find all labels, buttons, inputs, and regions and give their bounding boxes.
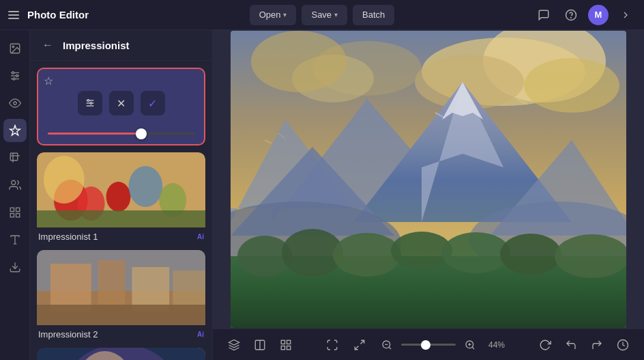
svg-point-53: [251, 31, 347, 92]
adjustments-tool-button[interactable]: [3, 64, 27, 87]
svg-rect-37: [50, 264, 91, 311]
help-button[interactable]: [561, 5, 581, 25]
batch-button[interactable]: Batch: [353, 5, 394, 25]
image-tool-button[interactable]: [3, 37, 27, 60]
open-button[interactable]: Open ▾: [250, 5, 297, 25]
svg-rect-82: [287, 346, 291, 349]
svg-marker-76: [229, 340, 239, 345]
ai-badge-2: Ai: [197, 331, 204, 338]
filter-confirm-button[interactable]: ✓: [141, 91, 165, 115]
svg-line-89: [472, 347, 474, 349]
zoom-in-button[interactable]: [460, 335, 480, 355]
svg-point-14: [11, 180, 15, 184]
filter-item-2[interactable]: Impressionist 2 Ai: [37, 250, 205, 341]
ai-badge-1: Ai: [197, 233, 204, 240]
zoom-label: 44%: [484, 340, 509, 350]
text-tool-button[interactable]: [3, 228, 27, 251]
filter-cancel-button[interactable]: ✕: [109, 91, 134, 115]
svg-rect-15: [10, 208, 14, 211]
svg-rect-81: [281, 346, 284, 349]
svg-point-3: [12, 46, 14, 47]
grid-view-button[interactable]: [276, 335, 296, 355]
zoom-slider[interactable]: [401, 344, 456, 346]
panel-header: ← Impressionist: [30, 30, 212, 61]
panel-scroll[interactable]: ☆ ✕ ✓: [30, 61, 212, 360]
canvas-area: 44%: [213, 30, 644, 360]
svg-point-71: [555, 234, 626, 278]
filter-item-1[interactable]: Impressionist 1 Ai: [37, 152, 205, 243]
svg-line-86: [389, 347, 391, 349]
svg-rect-41: [37, 305, 205, 325]
filter-slider-wrap: [45, 125, 197, 137]
save-label: Save: [311, 10, 332, 20]
bottom-right-tools: [535, 335, 633, 355]
filter-intensity-slider[interactable]: [48, 133, 194, 135]
undo-button[interactable]: [561, 335, 581, 355]
view-tool-button[interactable]: [3, 92, 27, 115]
topbar-center: Open ▾ Save ▾ Batch: [250, 5, 395, 25]
message-button[interactable]: [533, 5, 554, 25]
expand-button[interactable]: [615, 5, 636, 25]
batch-label: Batch: [362, 10, 385, 20]
filter-label-row-2: Impressionist 2 Ai: [37, 325, 205, 341]
zoom-controls: 44%: [377, 335, 509, 355]
svg-rect-80: [287, 340, 291, 344]
save-chevron-icon: ▾: [334, 11, 338, 18]
main-content: ← Impressionist ☆ ✕ ✓: [0, 30, 644, 360]
favorite-button[interactable]: ☆: [44, 74, 53, 87]
filter-label-2: Impressionist 2: [38, 329, 98, 340]
svg-point-31: [44, 156, 85, 204]
grid-tool-button[interactable]: [3, 201, 27, 224]
icon-sidebar: [0, 30, 30, 360]
svg-point-8: [16, 75, 18, 77]
filter-item-3[interactable]: Impressionist 3 Ai: [37, 348, 205, 360]
svg-rect-38: [98, 260, 126, 311]
svg-rect-16: [16, 208, 19, 211]
svg-point-26: [90, 102, 92, 105]
fit-screen-button[interactable]: [322, 335, 342, 355]
avatar[interactable]: M: [588, 5, 609, 25]
svg-point-70: [500, 234, 561, 275]
svg-point-7: [12, 72, 14, 74]
painting-canvas: [231, 31, 626, 328]
compare-button[interactable]: [250, 335, 270, 355]
back-button[interactable]: ←: [40, 37, 56, 53]
people-tool-button[interactable]: [3, 174, 27, 197]
layers-button[interactable]: [224, 335, 244, 355]
effects-panel: ← Impressionist ☆ ✕ ✓: [30, 30, 213, 360]
svg-point-32: [128, 166, 162, 207]
filter-controls: ✕ ✓: [45, 91, 197, 115]
svg-point-9: [13, 78, 15, 80]
crop-button[interactable]: [349, 335, 370, 355]
filter-settings-button[interactable]: [78, 91, 102, 115]
rotate-button[interactable]: [535, 335, 555, 355]
filter-label-1: Impressionist 1: [38, 232, 98, 242]
bottom-center-tools: 44%: [322, 335, 509, 355]
bottom-toolbar: 44%: [213, 329, 644, 360]
svg-rect-18: [16, 214, 19, 217]
app-title: Photo Editor: [27, 9, 89, 20]
panel-title: Impressionist: [63, 40, 130, 51]
active-filter-card: ☆ ✕ ✓: [37, 68, 205, 146]
svg-line-83: [361, 340, 364, 344]
save-button[interactable]: Save ▾: [302, 5, 347, 25]
redo-button[interactable]: [587, 335, 607, 355]
svg-line-84: [355, 346, 358, 349]
menu-icon[interactable]: [8, 11, 19, 19]
svg-rect-11: [10, 153, 18, 161]
canvas-viewport[interactable]: [213, 30, 644, 329]
svg-rect-79: [281, 340, 284, 344]
open-chevron-icon: ▾: [283, 11, 287, 18]
effects-tool-button[interactable]: [3, 119, 27, 142]
topbar-left: Photo Editor: [8, 9, 250, 20]
svg-point-10: [13, 102, 16, 105]
history-button[interactable]: [613, 335, 633, 355]
open-label: Open: [259, 10, 281, 20]
crop-tool-button[interactable]: [3, 146, 27, 169]
svg-point-25: [87, 100, 89, 102]
svg-point-30: [106, 182, 131, 212]
zoom-out-button[interactable]: [377, 335, 397, 355]
export-tool-button[interactable]: [3, 255, 27, 279]
svg-point-69: [442, 232, 510, 273]
svg-point-67: [333, 233, 401, 277]
